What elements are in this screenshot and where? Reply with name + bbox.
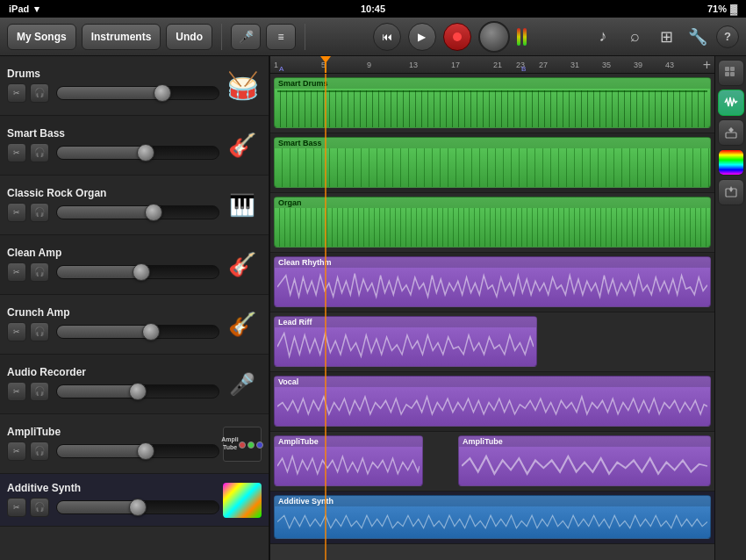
right-panel [714,56,746,560]
play-button[interactable]: ▶ [408,23,436,51]
mute-button-audio-recorder[interactable]: ✂ [7,382,26,401]
volume-slider-additive-synth[interactable] [56,500,219,514]
color-panel-button[interactable] [718,149,744,176]
clean-guitar-icon: 🎸 [223,246,262,284]
organ-icon: 🎹 [223,186,262,225]
track-controls-amplitube: ✂ 🎧 [7,442,223,461]
wrench-icon[interactable]: 🔧 [685,24,711,50]
headphones-button-bass[interactable]: 🎧 [30,143,49,162]
track-controls-audio-recorder: ✂ 🎧 [7,382,223,401]
track-info-audio-recorder: Audio Recorder ✂ 🎧 [7,366,223,403]
arrange-row-clean-amp: Clean Rhythm [270,253,714,312]
svg-rect-1 [725,67,729,71]
track-controls-clean-amp: ✂ 🎧 [7,262,223,282]
instruments-button[interactable]: Instruments [82,24,161,50]
headphones-button-audio-recorder[interactable]: 🎧 [30,382,49,401]
ruler-mark-35: 35 [602,61,611,69]
headphones-button-additive-synth[interactable]: 🎧 [30,498,49,517]
clip-organ[interactable]: Organ [274,197,711,248]
arrange-row-drums: Smart Drums [270,74,714,133]
ruler-mark-17: 17 [451,61,460,69]
volume-slider-bass[interactable] [56,146,219,160]
track-name-organ: Classic Rock Organ [7,187,223,199]
clip-content-smart-drums [275,89,710,127]
add-track-button[interactable]: + [703,57,711,73]
additive-synth-icon [223,483,262,518]
track-name-crunch-amp: Crunch Amp [7,306,223,319]
track-drums: Drums ✂ 🎧 🥁 [0,56,269,116]
timeline-ruler: 1 A 5 9 13 17 21 23 B 27 31 35 39 43 + [270,56,714,74]
grid-panel-button[interactable] [718,60,744,86]
mute-button-drums[interactable]: ✂ [7,83,26,103]
mute-button-organ[interactable]: ✂ [7,203,26,222]
arrange-row-amplitube: AmpliTube AmpliTube [270,432,714,492]
help-icon[interactable]: ? [716,25,739,48]
carrier-label: iPad [9,4,29,14]
grid-view-button[interactable]: ≡ [266,24,296,50]
clip-amplitube-2[interactable]: AmpliTube [458,435,711,486]
clip-amplitube-1[interactable]: AmpliTube [274,435,423,486]
microphone-button[interactable]: 🎤 [231,24,261,50]
clip-content-amplitube-2 [459,447,710,485]
arrange-row-bass: Smart Bass [270,133,714,193]
my-songs-button[interactable]: My Songs [7,24,76,50]
clip-label-additive-synth: Additive Synth [275,496,710,506]
status-time: 10:45 [361,4,385,14]
clip-content-smart-bass [275,148,710,187]
clip-label-clean-rhythm: Clean Rhythm [275,257,710,268]
headphones-button-amplitube[interactable]: 🎧 [30,442,49,461]
status-left: iPad ▾ [9,4,39,15]
undo-button[interactable]: Undo [166,24,212,50]
clip-lead-riff[interactable]: Lead Riff [274,316,537,367]
clip-vocal[interactable]: Vocal [274,376,711,427]
track-crunch-amp: Crunch Amp ✂ 🎧 🎸 [0,295,269,355]
clip-content-additive-synth [275,506,710,538]
track-name-clean-amp: Clean Amp [7,247,223,259]
volume-slider-audio-recorder[interactable] [56,384,219,398]
arrange-row-organ: Organ [270,193,714,253]
status-right: 71% ▓ [707,4,737,14]
search-icon[interactable]: ⌕ [621,24,648,50]
track-name-additive-synth: Additive Synth [7,482,223,494]
mute-button-bass[interactable]: ✂ [7,143,26,162]
track-additive-synth: Additive Synth ✂ 🎧 [0,474,269,527]
track-organ: Classic Rock Organ ✂ 🎧 🎹 [0,176,269,235]
waveform-panel-button[interactable] [718,90,744,116]
track-info-amplitube: AmpliTube ✂ 🎧 [7,426,223,463]
volume-slider-amplitube[interactable] [56,444,219,458]
ruler-mark-1: 1 [274,61,278,69]
ruler-section-b: B [521,65,526,73]
clip-clean-rhythm[interactable]: Clean Rhythm [274,256,711,307]
tempo-knob[interactable] [478,21,510,53]
volume-slider-drums[interactable] [56,86,219,100]
arrange-row-audio-recorder: Vocal [270,372,714,432]
divider-2 [305,24,305,50]
mute-button-crunch-amp[interactable]: ✂ [7,322,26,341]
track-clean-amp: Clean Amp ✂ 🎧 🎸 [0,235,269,295]
rewind-button[interactable]: ⏮ [373,23,401,51]
track-name-amplitube: AmpliTube [7,426,223,438]
volume-slider-crunch-amp[interactable] [56,325,219,339]
clip-additive-synth[interactable]: Additive Synth [274,495,711,539]
headphones-button-organ[interactable]: 🎧 [30,203,49,222]
toolbar-right: ♪ ⌕ ⊞ 🔧 ? [590,24,739,50]
volume-slider-clean-amp[interactable] [56,265,219,279]
mute-button-clean-amp[interactable]: ✂ [7,262,26,282]
ruler-mark-43: 43 [665,61,674,69]
mute-button-amplitube[interactable]: ✂ [7,442,26,461]
volume-slider-organ[interactable] [56,205,219,219]
headphones-button-clean-amp[interactable]: 🎧 [30,262,49,282]
headphones-button-crunch-amp[interactable]: 🎧 [30,322,49,341]
tracks-arrange[interactable]: Smart Drums [270,74,714,560]
clip-smart-drums[interactable]: Smart Drums [274,77,711,128]
record-button[interactable] [443,23,471,51]
toolbar: My Songs Instruments Undo 🎤 ≡ ⏮ ▶ ♪ ⌕ ⊞ … [0,18,746,56]
music-note-icon[interactable]: ♪ [590,24,616,50]
mute-button-additive-synth[interactable]: ✂ [7,498,26,517]
headphones-button-drums[interactable]: 🎧 [30,83,49,103]
export-panel-button[interactable] [718,119,744,146]
share-panel-button[interactable] [718,179,744,205]
clip-smart-bass[interactable]: Smart Bass [274,137,711,188]
mixer-icon[interactable]: ⊞ [653,24,679,50]
track-info-additive-synth: Additive Synth ✂ 🎧 [7,482,223,519]
